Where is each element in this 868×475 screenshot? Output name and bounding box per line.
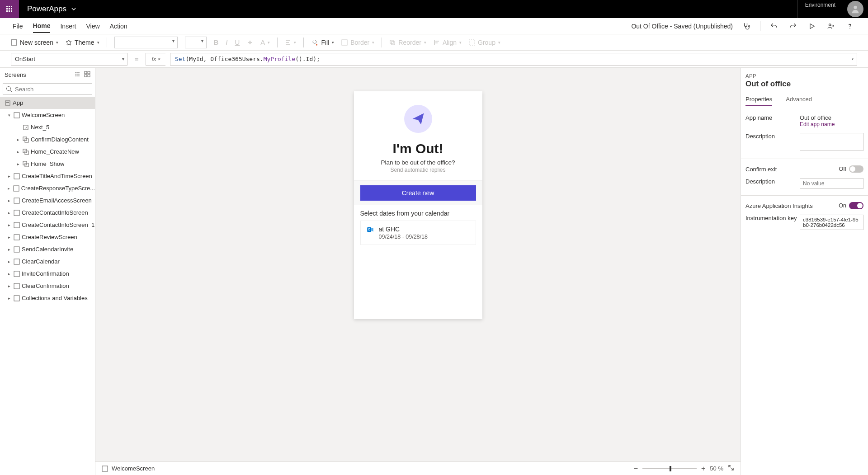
thumbnail-view-button[interactable] bbox=[84, 71, 90, 79]
menu-home[interactable]: Home bbox=[33, 19, 51, 33]
tree-item[interactable]: ▸Home_Show bbox=[0, 158, 95, 170]
svg-rect-24 bbox=[6, 102, 9, 103]
italic-button[interactable]: I bbox=[226, 38, 227, 46]
play-button[interactable] bbox=[807, 21, 817, 32]
waffle-menu[interactable] bbox=[0, 0, 19, 18]
svg-rect-8 bbox=[11, 10, 12, 12]
outlook-icon: O bbox=[366, 226, 374, 234]
edit-app-name-link[interactable]: Edit app name bbox=[800, 121, 863, 127]
tree-item-label: Home_Show bbox=[31, 160, 64, 167]
tree-item[interactable]: ▸InviteConfirmation bbox=[0, 268, 95, 280]
svg-point-10 bbox=[749, 25, 750, 27]
tree-item[interactable]: ▸CreateTitleAndTimeScreen bbox=[0, 170, 95, 182]
font-color-button[interactable]: A▾ bbox=[260, 38, 270, 46]
undo-button[interactable] bbox=[769, 21, 779, 32]
confirm-exit-state: Off bbox=[839, 166, 846, 172]
zoom-out-button[interactable]: − bbox=[634, 465, 638, 473]
menu-action[interactable]: Action bbox=[110, 20, 127, 33]
search-input[interactable] bbox=[3, 83, 92, 95]
tree-item[interactable]: ▸ConfirmDialogContent bbox=[0, 133, 95, 146]
panel-title: Out of office bbox=[745, 80, 863, 89]
instrumentation-key-value[interactable]: c3816539-e157-4fe1-95b0-276b0422dc56 bbox=[800, 215, 863, 230]
share-icon bbox=[827, 22, 835, 30]
app-brand[interactable]: PowerApps bbox=[19, 5, 85, 14]
tree-item[interactable]: ▸Home_CreateNew bbox=[0, 146, 95, 158]
theme-button[interactable]: Theme ▾ bbox=[66, 39, 99, 46]
tree-item[interactable]: ▸CreateEmailAccessScreen bbox=[0, 194, 95, 207]
screens-title: Screens bbox=[5, 71, 26, 78]
tree-item-label: CreateResponseTypeScre... bbox=[21, 185, 95, 192]
calendar-item[interactable]: O at GHC 09/24/18 - 09/28/18 bbox=[360, 221, 476, 245]
chevron-icon: ▸ bbox=[15, 137, 21, 142]
environment-label[interactable]: Environment bbox=[797, 0, 843, 18]
divider bbox=[741, 159, 868, 159]
fill-icon bbox=[311, 39, 318, 46]
chevron-icon: ▾ bbox=[6, 113, 12, 118]
tree-item[interactable]: ▸CreateResponseTypeScre... bbox=[0, 182, 95, 194]
tree-view-button[interactable] bbox=[74, 71, 80, 79]
property-dropdown[interactable]: OnStart bbox=[11, 53, 127, 66]
app-name-value: Out of office bbox=[800, 114, 863, 121]
help-button[interactable] bbox=[844, 21, 855, 32]
phone-preview[interactable]: I'm Out! Plan to be out of the office? S… bbox=[354, 91, 482, 319]
chevron-icon: ▸ bbox=[6, 296, 12, 301]
underline-button[interactable]: U bbox=[235, 38, 240, 46]
tree-item-label: ConfirmDialogContent bbox=[31, 136, 89, 143]
tree-item[interactable]: ▸CreateContactInfoScreen bbox=[0, 207, 95, 219]
redo-button[interactable] bbox=[788, 21, 798, 32]
zoom-slider[interactable] bbox=[642, 468, 697, 469]
new-screen-button[interactable]: New screen ▾ bbox=[11, 39, 58, 46]
svg-point-9 bbox=[854, 6, 857, 9]
tree-item[interactable]: ▸CreateReviewScreen bbox=[0, 231, 95, 243]
tab-advanced[interactable]: Advanced bbox=[786, 93, 812, 106]
exit-description-input[interactable] bbox=[800, 178, 863, 189]
menu-bar: File Home Insert View Action Out Of Offi… bbox=[0, 18, 868, 34]
svg-rect-3 bbox=[6, 8, 8, 9]
svg-rect-6 bbox=[6, 10, 8, 12]
tree-item[interactable]: ▾WelcomeScreen bbox=[0, 109, 95, 121]
tree-item[interactable]: ▸CreateContactInfoScreen_1 bbox=[0, 219, 95, 231]
tree-item[interactable]: ▸Collections and Variables bbox=[0, 292, 95, 304]
formula-input[interactable]: Set(MyId, Office365Users.MyProfile().Id)… bbox=[170, 53, 857, 66]
tree-app-label: App bbox=[13, 99, 23, 106]
menu-file[interactable]: File bbox=[13, 20, 23, 33]
tree-app-root[interactable]: App bbox=[0, 97, 95, 109]
insights-toggle[interactable] bbox=[849, 202, 863, 209]
bold-button[interactable]: B bbox=[214, 38, 219, 46]
tree-item[interactable]: ▸ClearConfirmation bbox=[0, 280, 95, 292]
reorder-button[interactable]: Reorder ▾ bbox=[389, 39, 426, 46]
align-icon bbox=[285, 39, 291, 46]
border-button[interactable]: Border ▾ bbox=[341, 39, 374, 46]
tree-item[interactable]: ▸ClearCalendar bbox=[0, 255, 95, 268]
text-align-button[interactable]: ▾ bbox=[285, 39, 296, 46]
fx-label[interactable]: fx▾ bbox=[146, 53, 165, 66]
menu-insert[interactable]: Insert bbox=[60, 20, 76, 33]
create-new-button[interactable]: Create new bbox=[360, 185, 476, 201]
separator bbox=[277, 38, 278, 47]
confirm-exit-toggle[interactable] bbox=[849, 165, 863, 173]
reorder-icon bbox=[389, 39, 396, 46]
tree-item[interactable]: Next_5 bbox=[0, 121, 95, 133]
group-button[interactable]: Group ▾ bbox=[469, 39, 500, 46]
avatar[interactable] bbox=[847, 1, 863, 17]
tree-item-label: Collections and Variables bbox=[22, 295, 88, 301]
tree-item[interactable]: ▸SendCalendarInvite bbox=[0, 243, 95, 255]
align-button[interactable]: Align ▾ bbox=[434, 39, 462, 46]
menu-view[interactable]: View bbox=[86, 20, 99, 33]
font-size-dropdown[interactable] bbox=[185, 37, 207, 48]
zoom-in-button[interactable]: + bbox=[701, 465, 705, 473]
strikethrough-button[interactable] bbox=[247, 39, 253, 46]
fill-button[interactable]: Fill ▾ bbox=[311, 39, 334, 46]
font-family-dropdown[interactable] bbox=[114, 37, 178, 48]
stethoscope-icon bbox=[742, 22, 750, 30]
screen-icon bbox=[14, 198, 20, 204]
tree-item-label: CreateEmailAccessScreen bbox=[22, 197, 92, 204]
hero-icon-circle bbox=[404, 105, 432, 133]
fit-button[interactable] bbox=[728, 465, 734, 472]
share-button[interactable] bbox=[826, 21, 836, 32]
description-input[interactable] bbox=[800, 133, 863, 151]
chevron-icon: ▸ bbox=[6, 186, 11, 191]
border-label: Border bbox=[350, 39, 369, 46]
app-checker-button[interactable] bbox=[741, 21, 752, 32]
tab-properties[interactable]: Properties bbox=[745, 93, 772, 106]
